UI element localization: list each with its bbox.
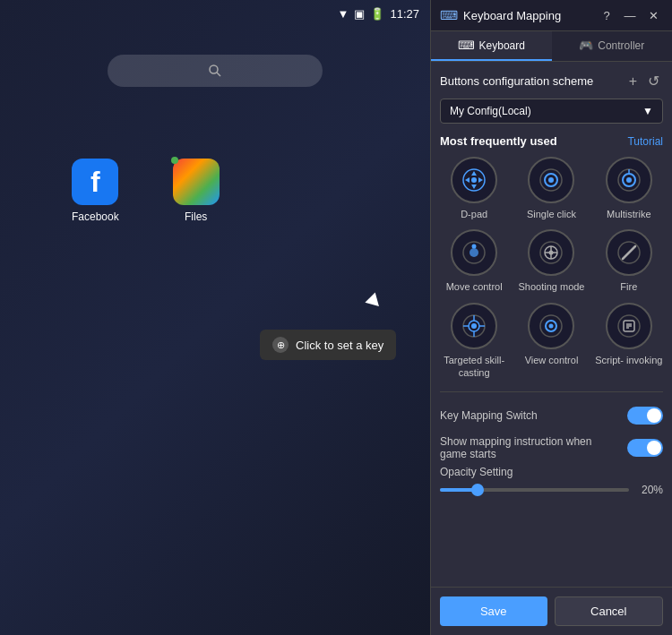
svg-point-22 [549, 251, 554, 255]
tab-controller-label: Controller [598, 39, 644, 52]
facebook-icon: f [72, 159, 118, 205]
grid-item-move-control[interactable]: Move control [440, 229, 508, 293]
svg-point-0 [210, 65, 218, 73]
svg-point-13 [626, 177, 632, 183]
keyboard-tab-icon: ⌨ [458, 39, 475, 52]
dpad-label: D-pad [461, 208, 487, 220]
keyboard-title-icon: ⌨ [440, 8, 458, 22]
opacity-slider-row: 20% [440, 484, 663, 496]
status-time: 11:27 [390, 7, 419, 21]
targeted-skill-label: Targeted skill-casting [440, 354, 508, 380]
files-app-icon[interactable]: Files [173, 159, 220, 223]
android-background: ▼ ▣ 🔋 11:27 f Facebook Files [0, 0, 430, 635]
battery-icon: 🔋 [370, 7, 384, 21]
grid-item-targeted-skill[interactable]: Targeted skill-casting [440, 303, 508, 380]
tab-controller[interactable]: 🎮 Controller [552, 31, 673, 61]
panel-footer: Save Cancel [431, 587, 672, 635]
svg-point-16 [470, 248, 478, 257]
wifi-icon: ▼ [338, 7, 349, 21]
cancel-button[interactable]: Cancel [555, 596, 664, 626]
files-label: Files [185, 210, 207, 223]
grid-item-multistrike[interactable]: Multistrike [595, 157, 663, 220]
facebook-app-icon[interactable]: f Facebook [72, 159, 119, 223]
facebook-label: Facebook [72, 210, 119, 223]
key-mapping-switch-label: Key Mapping Switch [440, 409, 627, 422]
search-bar[interactable] [108, 55, 323, 87]
fire-icon [606, 229, 652, 276]
grid-item-dpad[interactable]: D-pad [440, 157, 508, 220]
opacity-label: Opacity Setting [440, 466, 663, 478]
mouse-cursor [365, 292, 383, 311]
move-control-label: Move control [446, 280, 503, 293]
dpad-icon [451, 157, 497, 203]
svg-point-34 [549, 323, 554, 328]
config-section-title: Buttons configuration scheme [440, 74, 593, 88]
view-control-icon [528, 303, 574, 349]
keyboard-mapping-panel: ⌨ Keyboard Mapping ? — ✕ ⌨ Keyboard 🎮 Co… [430, 0, 672, 635]
search-icon [208, 64, 222, 78]
shooting-mode-icon [528, 229, 574, 276]
key-mapping-toggle[interactable] [627, 407, 663, 425]
key-mapping-switch-row: Key Mapping Switch [440, 401, 663, 430]
svg-point-3 [471, 177, 477, 183]
app-icons: f Facebook Files [18, 159, 412, 223]
add-config-button[interactable]: + [625, 71, 641, 91]
save-button[interactable]: Save [440, 596, 547, 626]
multistrike-icon [606, 157, 652, 203]
close-button[interactable]: ✕ [643, 5, 663, 25]
grid-item-script-invoking[interactable]: Script- invoking [595, 303, 663, 380]
move-control-icon [451, 229, 497, 276]
settings-section: Key Mapping Switch Show mapping instruct… [440, 391, 663, 496]
single-click-icon [528, 157, 574, 203]
dropdown-arrow-icon: ▼ [642, 105, 653, 117]
single-click-label: Single click [527, 208, 576, 220]
config-header: Buttons configuration scheme + ↺ [440, 71, 663, 91]
grid-item-view-control[interactable]: View control [517, 303, 585, 380]
fire-label: Fire [620, 280, 637, 293]
panel-titlebar: ⌨ Keyboard Mapping ? — ✕ [431, 0, 672, 31]
panel-body: Buttons configuration scheme + ↺ My Conf… [431, 62, 672, 587]
titlebar-buttons: ? — ✕ [597, 5, 663, 25]
opacity-slider-thumb[interactable] [471, 484, 484, 496]
shooting-mode-label: Shooting mode [518, 280, 584, 293]
svg-line-1 [217, 73, 220, 76]
svg-point-27 [471, 323, 477, 329]
targeted-skill-icon [451, 303, 497, 349]
help-button[interactable]: ? [597, 5, 616, 25]
click-tooltip: ⊕ Click to set a key [260, 330, 396, 360]
show-mapping-label: Show mapping instruction when game start… [440, 435, 627, 460]
frequently-used-title: Most frequently used [440, 134, 557, 148]
reset-config-button[interactable]: ↺ [644, 71, 663, 91]
grid-item-fire[interactable]: Fire [595, 229, 663, 293]
svg-point-10 [548, 177, 554, 183]
opacity-section: Opacity Setting 20% [440, 466, 663, 496]
controller-tab-icon: 🎮 [579, 39, 593, 52]
config-dropdown-value: My Config(Local) [450, 105, 531, 117]
panel-title: ⌨ Keyboard Mapping [440, 8, 561, 22]
script-invoking-icon [606, 303, 652, 349]
panel-title-text: Keyboard Mapping [463, 9, 561, 22]
svg-point-17 [472, 245, 477, 249]
opacity-slider-track[interactable] [440, 488, 629, 492]
tooltip-text: Click to set a key [296, 339, 383, 352]
view-control-label: View control [525, 354, 579, 366]
grid-item-shooting-mode[interactable]: Shooting mode [517, 229, 585, 293]
tutorial-link[interactable]: Tutorial [627, 135, 663, 148]
tab-keyboard[interactable]: ⌨ Keyboard [431, 31, 552, 61]
button-grid: D-pad Single click [440, 157, 663, 379]
config-actions: + ↺ [625, 71, 663, 91]
show-mapping-toggle[interactable] [627, 439, 663, 457]
show-mapping-row: Show mapping instruction when game start… [440, 430, 663, 466]
config-dropdown[interactable]: My Config(Local) ▼ [440, 99, 663, 124]
tabs-bar: ⌨ Keyboard 🎮 Controller [431, 31, 672, 62]
tooltip-icon: ⊕ [272, 337, 289, 353]
android-content: f Facebook Files [0, 28, 430, 241]
multistrike-label: Multistrike [607, 208, 651, 220]
signal-icon: ▣ [354, 7, 365, 21]
grid-item-single-click[interactable]: Single click [517, 157, 585, 220]
frequently-used-header: Most frequently used Tutorial [440, 134, 663, 148]
tab-keyboard-label: Keyboard [479, 39, 525, 52]
minimize-button[interactable]: — [620, 5, 640, 25]
opacity-value: 20% [636, 484, 663, 496]
status-bar: ▼ ▣ 🔋 11:27 [0, 0, 430, 28]
